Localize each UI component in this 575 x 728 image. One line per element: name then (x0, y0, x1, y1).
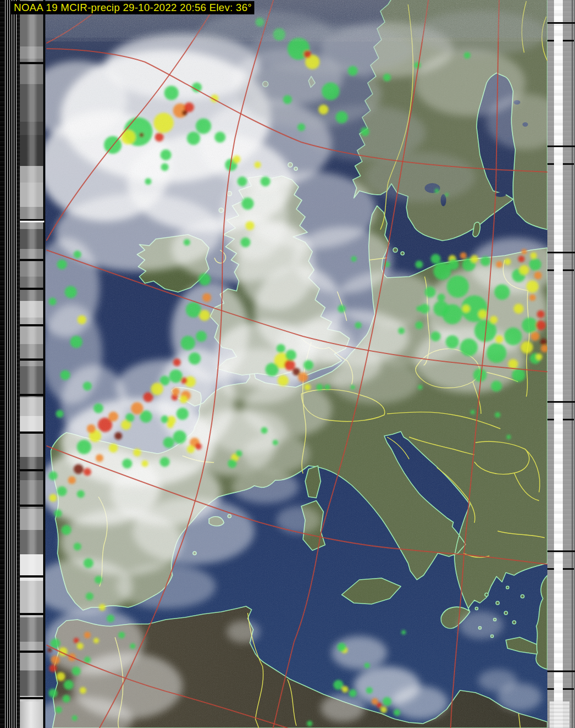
telemetry-frame-tick (547, 40, 554, 41)
apt-decoded-image: NOAA 19 MCIR-precip 29-10-2022 20:56 Ele… (0, 0, 575, 728)
image-title-overlay: NOAA 19 MCIR-precip 29-10-2022 20:56 Ele… (11, 1, 254, 14)
telemetry-white-block (20, 701, 44, 728)
telemetry-frame-line (547, 145, 575, 147)
telemetry-separator-line (20, 288, 44, 290)
telemetry-frame-tick (563, 40, 574, 41)
telemetry-separator-line (20, 62, 44, 64)
telemetry-frame-line (547, 22, 575, 24)
telemetry-frame-tick (547, 568, 554, 570)
telemetry-frame-tick (563, 688, 574, 690)
telemetry-separator-line (20, 469, 44, 471)
telemetry-frame-tick (547, 163, 554, 165)
telemetry-separator-line (20, 358, 44, 361)
sync-stripe-pattern (4, 0, 17, 728)
telemetry-frame-tick (563, 568, 574, 570)
telemetry-highlight-stripe (27, 0, 38, 728)
telemetry-frame-tick (547, 269, 554, 271)
telemetry-white-block-bottom (550, 701, 569, 728)
telemetry-bar-right (547, 0, 575, 728)
telemetry-white-stripe (554, 0, 563, 728)
satellite-map-image (45, 0, 547, 728)
telemetry-separator-line (20, 394, 44, 396)
telemetry-separator-line (20, 613, 44, 615)
telemetry-frame-tick (547, 688, 554, 690)
telemetry-separator-line (20, 651, 44, 653)
telemetry-frame-line (547, 401, 575, 403)
telemetry-separator-line (20, 431, 44, 434)
telemetry-frame-line (547, 670, 575, 672)
telemetry-separator-line (20, 324, 44, 326)
sync-telemetry-bar-left (0, 0, 45, 728)
telemetry-separator-line (20, 505, 44, 507)
image-title-text: NOAA 19 MCIR-precip 29-10-2022 20:56 Ele… (14, 1, 252, 14)
noise-edge-column (0, 0, 4, 728)
telemetry-separator-line (20, 575, 44, 578)
telemetry-separator-line (20, 259, 44, 261)
telemetry-frame-tick (563, 419, 574, 420)
telemetry-frame-tick (547, 419, 554, 420)
telemetry-frame-tick (563, 163, 574, 165)
telemetry-frame-line (547, 252, 575, 253)
telemetry-calibration-line (20, 221, 44, 222)
telemetry-frame-line (547, 550, 575, 552)
telemetry-edge-line (572, 0, 573, 728)
telemetry-separator-line (20, 697, 44, 699)
telemetry-frame-tick (563, 269, 574, 271)
image-noise-overlay (45, 0, 547, 728)
